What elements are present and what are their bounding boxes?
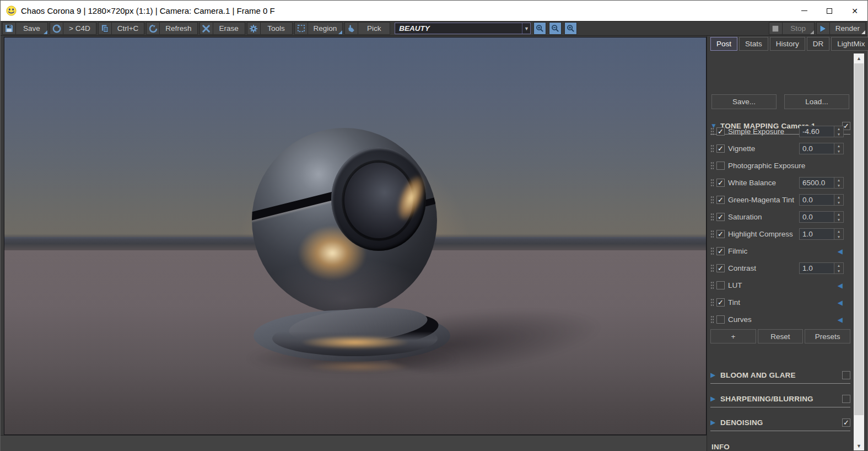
drag-handle-icon[interactable]: [710, 162, 714, 170]
spinner-down-icon[interactable]: ▼: [834, 234, 843, 240]
render-play-icon[interactable]: [816, 22, 830, 35]
tab-history[interactable]: History: [770, 37, 805, 51]
vignette-checkbox[interactable]: [716, 144, 725, 153]
bloom-and-glare-header[interactable]: ▶ BLOOM AND GLARE: [710, 369, 850, 381]
copy-icon[interactable]: [98, 22, 112, 35]
close-button[interactable]: ✕: [842, 1, 867, 21]
drag-handle-icon[interactable]: [710, 196, 714, 204]
value-spinner[interactable]: ▲▼: [834, 211, 844, 223]
zoom-in-button[interactable]: [533, 22, 546, 35]
highlight-compress-checkbox[interactable]: [716, 230, 725, 238]
expand-left-icon[interactable]: ◀: [838, 299, 843, 307]
spinner-up-icon[interactable]: ▲: [834, 126, 843, 132]
region-button-group[interactable]: Region: [294, 22, 343, 35]
drag-handle-icon[interactable]: [710, 264, 714, 272]
pick-button[interactable]: Pick: [358, 22, 390, 35]
tools-gear-icon[interactable]: [247, 22, 261, 35]
c4d-icon[interactable]: [50, 22, 63, 35]
spinner-up-icon[interactable]: ▲: [834, 195, 843, 200]
photographic-exposure-checkbox[interactable]: [716, 162, 725, 170]
collapse-right-icon[interactable]: ▶: [710, 418, 720, 426]
drag-handle-icon[interactable]: [710, 281, 714, 289]
spinner-down-icon[interactable]: ▼: [834, 217, 843, 223]
simple-exposure-value[interactable]: -4.60: [799, 126, 834, 137]
zoom-reset-button[interactable]: [564, 22, 577, 35]
minimize-button[interactable]: [791, 1, 817, 21]
save-button-group[interactable]: Save: [2, 22, 48, 35]
spinner-down-icon[interactable]: ▼: [834, 149, 843, 154]
value-spinner[interactable]: ▲▼: [834, 126, 844, 137]
tab-lightmix[interactable]: LightMix: [831, 37, 868, 51]
vignette-value[interactable]: 0.0: [799, 143, 834, 154]
highlight-compress-value[interactable]: 1.0: [799, 228, 834, 240]
value-spinner[interactable]: ▲▼: [834, 228, 844, 240]
bloom-and-glare-checkbox[interactable]: [842, 371, 850, 379]
tab-stats[interactable]: Stats: [739, 37, 768, 51]
expand-left-icon[interactable]: ◀: [838, 282, 843, 289]
spinner-down-icon[interactable]: ▼: [834, 132, 843, 137]
value-spinner[interactable]: ▲▼: [834, 194, 844, 206]
region-button[interactable]: Region: [308, 22, 343, 35]
copy-button-group[interactable]: Ctrl+C: [98, 22, 145, 35]
save-settings-button[interactable]: Save...: [711, 94, 777, 109]
drag-handle-icon[interactable]: [710, 230, 714, 238]
maximize-button[interactable]: [817, 1, 842, 21]
presets-button[interactable]: Presets: [805, 329, 850, 343]
collapse-right-icon[interactable]: ▶: [710, 395, 720, 402]
tools-button[interactable]: Tools: [261, 22, 293, 35]
drag-handle-icon[interactable]: [710, 315, 714, 324]
spinner-up-icon[interactable]: ▲: [834, 212, 843, 217]
c4d-button[interactable]: > C4D: [63, 22, 96, 35]
save-icon[interactable]: [2, 22, 16, 35]
spinner-up-icon[interactable]: ▲: [834, 229, 843, 234]
render-viewport[interactable]: [4, 37, 707, 435]
add-operator-button[interactable]: +: [710, 329, 756, 343]
expand-left-icon[interactable]: ◀: [838, 316, 843, 324]
tab-post[interactable]: Post: [710, 37, 737, 51]
refresh-button-group[interactable]: Refresh: [146, 22, 197, 35]
expand-left-icon[interactable]: ◀: [838, 248, 843, 255]
erase-button[interactable]: Erase: [213, 22, 245, 35]
copy-button[interactable]: Ctrl+C: [112, 22, 145, 35]
scroll-up-icon[interactable]: ▲: [854, 53, 864, 63]
c4d-button-group[interactable]: > C4D: [50, 22, 96, 35]
erase-icon[interactable]: [200, 22, 213, 35]
spinner-up-icon[interactable]: ▲: [834, 263, 843, 269]
panel-scrollbar[interactable]: ▲ ▼: [854, 53, 864, 450]
spinner-down-icon[interactable]: ▼: [834, 200, 843, 206]
collapse-right-icon[interactable]: ▶: [710, 371, 720, 379]
scrollbar-thumb[interactable]: [854, 63, 864, 415]
tools-button-group[interactable]: Tools: [247, 22, 293, 35]
drag-handle-icon[interactable]: [710, 247, 714, 255]
scroll-down-icon[interactable]: ▼: [854, 441, 864, 450]
render-pass-select[interactable]: BEAUTY ▼: [395, 23, 531, 34]
denoising-header[interactable]: ▶ DENOISING: [710, 416, 850, 428]
value-spinner[interactable]: ▲▼: [834, 262, 844, 274]
region-icon[interactable]: [294, 22, 308, 35]
denoising-checkbox[interactable]: [842, 418, 850, 427]
green-magenta-tint-checkbox[interactable]: [716, 196, 725, 204]
value-spinner[interactable]: ▲▼: [834, 143, 844, 154]
pick-button-group[interactable]: Pick: [344, 22, 390, 35]
spinner-up-icon[interactable]: ▲: [834, 178, 843, 183]
value-spinner[interactable]: ▲▼: [834, 177, 844, 189]
contrast-value[interactable]: 1.0: [799, 262, 834, 274]
tab-dr[interactable]: DR: [807, 37, 830, 51]
spinner-down-icon[interactable]: ▼: [834, 183, 843, 189]
pick-hand-icon[interactable]: [344, 22, 358, 35]
green-magenta-tint-value[interactable]: 0.0: [799, 194, 834, 206]
white-balance-checkbox[interactable]: [716, 179, 725, 187]
spinner-up-icon[interactable]: ▲: [834, 143, 843, 149]
refresh-icon[interactable]: [146, 22, 160, 35]
sharpening-blurring-checkbox[interactable]: [842, 395, 850, 403]
sharpening-blurring-header[interactable]: ▶ SHARPENING/BLURRING: [710, 393, 850, 405]
drag-handle-icon[interactable]: [710, 213, 714, 221]
white-balance-value[interactable]: 6500.0: [799, 177, 834, 189]
spinner-down-icon[interactable]: ▼: [834, 269, 843, 274]
drag-handle-icon[interactable]: [710, 179, 714, 187]
erase-button-group[interactable]: Erase: [200, 22, 245, 35]
render-button[interactable]: Render: [830, 22, 866, 35]
contrast-checkbox[interactable]: [716, 264, 725, 272]
refresh-button[interactable]: Refresh: [160, 22, 197, 35]
drag-handle-icon[interactable]: [710, 144, 714, 153]
